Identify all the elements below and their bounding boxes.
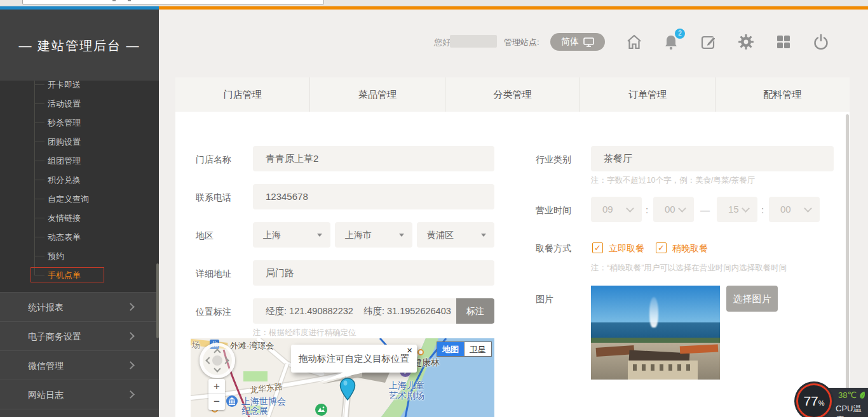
museum-icon [226,395,238,407]
content-card: 门店管理 菜品管理 分类管理 订单管理 配料管理 门店名称 青青原上草2 联系电… [175,77,850,417]
cpu-monitor-widget[interactable]: 77% 38℃ CPU温度 [796,383,868,417]
sidebar-section-ecommerce[interactable]: 电子商务设置 [0,321,159,350]
map-poi-bund: 外滩·湾璟会 [230,340,274,352]
sidebar: 开卡即送 活动设置 秒杀管理 团购设置 组团管理 积分兑换 自定义查询 友情链接… [0,10,159,417]
home-button[interactable] [625,33,643,51]
address-text-fragment [128,0,131,1]
phone-input[interactable]: 12345678 [253,184,494,209]
chevron-right-icon [126,361,135,369]
sidebar-item-activity-settings[interactable]: 活动设置 [34,97,81,110]
dropdown-arrow-icon [481,234,486,237]
browser-address-bar[interactable] [22,0,324,5]
map-partial-label: 场 [192,340,200,351]
time-colon: : [646,204,648,215]
pickup-later-checkbox[interactable]: ✓ [656,242,667,253]
app-title: — 建站管理后台 — [0,37,159,55]
sidebar-item-dynamic-form[interactable]: 动态表单 [34,230,81,243]
zoom-in-button[interactable]: + [208,379,225,394]
power-icon [812,33,830,51]
city-select[interactable]: 上海市 [335,222,412,248]
store-name-input[interactable]: 青青原上草2 [253,146,494,171]
browser-chrome-strip [0,0,868,6]
pan-down-arrow[interactable] [214,365,220,372]
leaf-icon [859,391,865,399]
content-scrollbar[interactable] [846,114,849,417]
sidebar-item-flash-sale[interactable]: 秒杀管理 [34,116,81,129]
sidebar-scrollbar[interactable] [156,263,159,338]
apps-grid-button[interactable] [775,33,792,51]
location-label: 位置标注 [196,307,231,318]
active-item-highlight [31,267,104,282]
tab-ingredient-management[interactable]: 配料管理 [715,77,850,112]
satellite-mode-button[interactable]: 卫星 [464,341,492,357]
end-hour-select[interactable]: 15 [717,197,757,222]
tab-store-management[interactable]: 门店管理 [175,77,309,112]
map-zoom-control: + − [208,379,225,410]
compose-button[interactable] [700,33,717,51]
pickup-later-label[interactable]: 稍晚取餐 [672,243,708,255]
start-hour-select[interactable]: 09 [591,197,642,222]
notifications-button[interactable]: 2 [662,33,680,51]
map-poi-theatre: 上海儿童艺术剧场 [389,380,424,400]
choose-image-button[interactable]: 选择图片 [726,286,778,312]
tab-dish-management[interactable]: 菜品管理 [309,77,444,112]
coordinates-field[interactable]: 经度: 121.490882232 纬度: 31.1952626403 [253,298,456,324]
pickup-label: 取餐方式 [536,243,571,255]
language-switch-button[interactable]: 简体 [550,33,605,51]
industry-input[interactable]: 茶餐厅 [591,146,834,171]
lat-label: 纬度: [363,306,384,316]
tab-category-management[interactable]: 分类管理 [445,77,580,112]
map-widget[interactable]: 场 外滩·湾璟会 龙华东路 上海世博会纪念展 健康林 上海儿童艺术剧场 ♪ 北 [191,338,494,417]
tab-order-management[interactable]: 订单管理 [580,77,714,112]
pan-center[interactable] [212,355,222,366]
pan-left-arrow[interactable] [205,357,212,364]
sidebar-item-reservation[interactable]: 预约 [34,249,64,262]
zoom-out-button[interactable]: − [208,394,225,409]
province-select[interactable]: 上海 [253,222,330,248]
sidebar-title-block: — 建站管理后台 — [0,10,159,81]
time-dash: — [700,204,710,215]
dropdown-arrow-icon [399,234,404,237]
sidebar-section-statistics[interactable]: 统计报表 [0,292,159,321]
start-minute-select[interactable]: 00 [653,197,694,222]
mark-location-button[interactable]: 标注 [456,298,494,324]
tooltip-close-icon[interactable]: × [407,345,412,355]
address-input[interactable]: 局门路 [253,260,494,286]
end-minute-select[interactable]: 00 [769,197,820,222]
accent-bar-orange [159,6,868,10]
sidebar-item-friend-links[interactable]: 友情链接 [34,211,81,224]
pickup-now-label[interactable]: 立即取餐 [609,243,644,255]
image-label: 图片 [536,294,553,305]
cpu-usage-gauge: 77% [796,383,832,417]
pan-up-arrow[interactable] [214,348,220,355]
sidebar-item-custom-query[interactable]: 自定义查询 [34,192,89,205]
park-photo-icon [315,404,327,416]
logout-button[interactable] [812,33,830,51]
lng-value: 121.490882232 [289,306,353,316]
map-pin-icon[interactable] [339,378,356,402]
settings-button[interactable] [737,33,755,51]
form-panel: 门店名称 青青原上草2 联系电话 12345678 地区 上海 上海市 黄浦区 … [175,112,850,417]
chevron-right-icon [126,303,135,311]
gear-icon [737,33,755,51]
sidebar-item-group-buy[interactable]: 团购设置 [34,135,81,148]
map-mode-button[interactable]: 地图 [437,341,464,357]
pan-right-arrow[interactable] [222,357,229,364]
map-tooltip: 拖动标注可自定义目标位置 × [291,345,417,373]
map-poi-health: 健康林 [413,357,440,369]
sidebar-section-site-log[interactable]: 网站日志 [0,380,159,409]
sidebar-item-points-exchange[interactable]: 积分兑换 [34,173,81,186]
cpu-temperature: 38℃ [838,390,857,400]
manage-site-label: 管理站点: [504,37,539,48]
grid-icon [775,33,792,51]
chevron-right-icon [126,332,135,340]
sidebar-section-wechat[interactable]: 微信管理 [0,350,159,380]
chevron-down-icon [626,204,634,213]
map-pan-control[interactable] [200,343,235,378]
location-note: 注：根据经纬度进行精确定位 [253,328,356,338]
sidebar-item-group-manage[interactable]: 组团管理 [34,154,81,167]
pickup-now-checkbox[interactable]: ✓ [592,242,603,253]
industry-note: 注：字数不超过10个字，例：美食/粤菜/茶餐厅 [591,175,755,186]
chevron-right-icon [126,390,135,399]
district-select[interactable]: 黄浦区 [417,222,494,248]
